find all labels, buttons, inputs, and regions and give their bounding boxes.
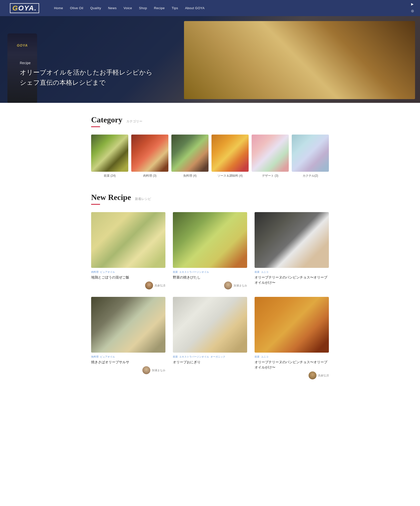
recipe-card[interactable]: 前菜ユニコオリーブテリーヌのパンビンチョス〜オリーブオイルがけ〜高倉弘済 — [255, 297, 329, 379]
instagram-icon[interactable]: ◎ — [410, 8, 415, 13]
category-label: カクテル(2) — [303, 174, 318, 178]
category-thumbnail — [211, 135, 249, 172]
author-name: 加瀬まなみ — [152, 368, 165, 372]
category-title-en: Category — [91, 115, 122, 124]
recipe-title: オリーブおにぎり — [173, 360, 247, 365]
category-item[interactable]: カクテル(2) — [292, 135, 329, 178]
main-content: Category カテゴリー 前菜 (24)肉料理 (3)魚料理 (4)ソース＆… — [86, 103, 334, 392]
nav-item-voice[interactable]: Voice — [124, 6, 132, 10]
hero-content: Recipe オリーブオイルを活かしたお手軽レシピから シェフ直伝の本格レシピま… — [20, 61, 153, 88]
category-thumbnail — [292, 135, 329, 172]
recipe-tag: ユニコ — [261, 355, 268, 359]
recipe-card[interactable]: 魚料理ピュアオイル焼きさばオリーブサルサ加瀬まなみ — [91, 297, 165, 379]
recipe-tag: ピュアオイル — [100, 355, 115, 359]
hero-title-line1: オリーブオイルを活かしたお手軽レシピから — [20, 69, 153, 76]
category-thumbnail — [171, 135, 209, 172]
main-nav: HomeOlive OilQualityNewsVoiceShopRecipeT… — [54, 6, 410, 10]
recipe-tag: ユニコ — [261, 270, 268, 274]
category-item[interactable]: デザート (3) — [252, 135, 289, 178]
recipe-author-row: 加瀬まなみ — [91, 366, 165, 374]
nav-item-recipe[interactable]: Recipe — [154, 6, 165, 10]
recipe-author-row: 高倉弘済 — [91, 281, 165, 289]
new-recipe-header: New Recipe 新着レシピ — [91, 193, 329, 202]
recipe-thumbnail — [255, 212, 329, 268]
bottle-label: GOYA — [17, 43, 28, 47]
nav-item-tips[interactable]: Tips — [172, 6, 178, 10]
recipe-meta: 前菜エキストラバージンオイルオーガニック — [173, 355, 247, 359]
nav-item-shop[interactable]: Shop — [139, 6, 147, 10]
recipe-tag: 前菜 — [255, 355, 260, 359]
recipe-thumbnail — [173, 297, 247, 353]
category-underline — [91, 126, 100, 127]
recipe-title: オリーブテリーヌのパンビンチョス〜オリーブオイルがけ〜 — [255, 275, 329, 285]
category-label: 肉料理 (3) — [143, 174, 157, 178]
recipe-tag: エキストラバージンオイル — [179, 355, 209, 359]
category-grid: 前菜 (24)肉料理 (3)魚料理 (4)ソース＆調味料 (4)デザート (3)… — [91, 135, 329, 178]
recipe-tag: 前菜 — [255, 270, 260, 274]
author-avatar — [142, 366, 150, 374]
recipe-tag: ピュアオイル — [100, 270, 115, 274]
recipe-thumbnail — [255, 297, 329, 353]
recipe-title: 地鶏とごぼうの混ぜご飯 — [91, 275, 165, 280]
new-recipe-section: New Recipe 新着レシピ 肉料理ピュアオイル地鶏とごぼうの混ぜご飯高倉弘… — [91, 193, 329, 379]
recipe-author-row: 加瀬まなみ — [173, 281, 247, 289]
author-name: 加瀬まなみ — [234, 284, 247, 287]
recipe-card[interactable]: 肉料理ピュアオイル地鶏とごぼうの混ぜご飯高倉弘済 — [91, 212, 165, 289]
new-recipe-title-en: New Recipe — [91, 193, 131, 202]
new-recipe-underline — [91, 204, 100, 205]
nav-item-olive-oil[interactable]: Olive Oil — [70, 6, 83, 10]
site-header: GOYA. HomeOlive OilQualityNewsVoiceShopR… — [0, 0, 420, 16]
author-avatar — [145, 281, 153, 289]
category-label: 前菜 (24) — [104, 174, 116, 178]
recipe-tag: 前菜 — [173, 270, 178, 274]
nav-item-quality[interactable]: Quality — [90, 6, 101, 10]
category-thumbnail — [131, 135, 168, 172]
recipe-card[interactable]: 前菜ユニコオリーブテリーヌのパンビンチョス〜オリーブオイルがけ〜 — [255, 212, 329, 289]
category-thumbnail — [252, 135, 289, 172]
hero-food-image — [184, 21, 415, 99]
author-name: 高倉弘済 — [318, 374, 329, 377]
new-recipe-title-jp: 新着レシピ — [135, 197, 151, 201]
site-logo[interactable]: GOYA. — [10, 3, 39, 13]
author-avatar — [309, 371, 316, 379]
recipe-meta: 前菜エキストラバージンオイル — [173, 270, 247, 274]
recipe-title: 野菜の焼きびたし — [173, 275, 247, 280]
recipe-author-row: 高倉弘済 — [255, 371, 329, 379]
category-section: Category カテゴリー 前菜 (24)肉料理 (3)魚料理 (4)ソース＆… — [91, 115, 329, 178]
recipe-title: オリーブテリーヌのパンビンチョス〜オリーブオイルがけ〜 — [255, 360, 329, 370]
author-avatar — [224, 281, 232, 289]
category-label: デザート (3) — [262, 174, 278, 178]
nav-item-home[interactable]: Home — [54, 6, 63, 10]
recipe-tag: オーガニック — [210, 355, 225, 359]
category-header: Category カテゴリー — [91, 115, 329, 124]
recipe-tag: 肉料理 — [91, 270, 99, 274]
recipe-card[interactable]: 前菜エキストラバージンオイル野菜の焼きびたし加瀬まなみ — [173, 212, 247, 289]
hero-title: オリーブオイルを活かしたお手軽レシピから シェフ直伝の本格レシピまで — [20, 67, 153, 88]
recipe-tag: エキストラバージンオイル — [179, 270, 209, 274]
recipe-thumbnail — [91, 297, 165, 353]
category-item[interactable]: 魚料理 (4) — [171, 135, 209, 178]
recipe-grid: 肉料理ピュアオイル地鶏とごぼうの混ぜご飯高倉弘済前菜エキストラバージンオイル野菜… — [91, 212, 329, 379]
category-item[interactable]: 肉料理 (3) — [131, 135, 168, 178]
nav-item-about[interactable]: About GOYA — [185, 6, 205, 10]
recipe-meta: 魚料理ピュアオイル — [91, 355, 165, 359]
hero-section: GOYA Recipe オリーブオイルを活かしたお手軽レシピから シェフ直伝の本… — [0, 16, 420, 103]
category-item[interactable]: ソース＆調味料 (4) — [211, 135, 249, 178]
recipe-card[interactable]: 前菜エキストラバージンオイルオーガニックオリーブおにぎり — [173, 297, 247, 379]
nav-item-news[interactable]: News — [108, 6, 117, 10]
recipe-thumbnail — [91, 212, 165, 268]
recipe-meta: 肉料理ピュアオイル — [91, 270, 165, 274]
category-label: ソース＆調味料 (4) — [217, 174, 243, 178]
category-item[interactable]: 前菜 (24) — [91, 135, 128, 178]
recipe-tag: 魚料理 — [91, 355, 99, 359]
recipe-meta: 前菜ユニコ — [255, 270, 329, 274]
category-title-jp: カテゴリー — [126, 119, 142, 124]
hero-title-line2: シェフ直伝の本格レシピまで — [20, 79, 106, 86]
category-label: 魚料理 (4) — [183, 174, 197, 178]
recipe-title: 焼きさばオリーブサルサ — [91, 360, 165, 365]
author-name: 高倉弘済 — [155, 284, 165, 287]
recipe-meta: 前菜ユニコ — [255, 355, 329, 359]
category-thumbnail — [91, 135, 128, 172]
recipe-tag: 前菜 — [173, 355, 178, 359]
youtube-icon[interactable]: ▶ — [410, 1, 415, 7]
